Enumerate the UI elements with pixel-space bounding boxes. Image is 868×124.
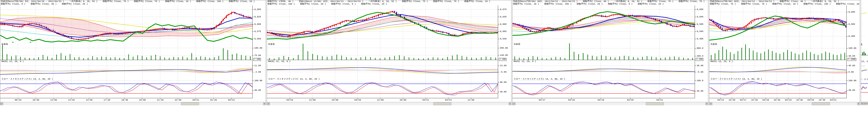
window-control-button[interactable]: ▲: [863, 102, 866, 105]
time-axis-label: 04/17: [740, 99, 746, 101]
scrollbar-thumb[interactable]: [181, 102, 199, 105]
macd-axis-tick: [695, 66, 696, 66]
price-chart[interactable]: [0, 5, 252, 43]
macd-chart[interactable]: [709, 60, 847, 78]
stochastics-chart[interactable]: [709, 78, 847, 98]
time-axis-label: 12:00: [309, 99, 316, 101]
macd-axis-tick: [847, 72, 848, 72]
price-axis-label: 9,645: [697, 16, 703, 18]
price-axis-label: 9,595: [848, 23, 855, 25]
time-axis-label: 21:20: [157, 99, 163, 101]
volume-chart[interactable]: [0, 43, 252, 60]
price-axis-label: 9,550: [254, 38, 261, 40]
time-axis-label: 04/19: [785, 99, 792, 101]
macd-axis-tick: [695, 72, 696, 72]
window-control-fragment-bar[interactable]: ▮▲▼: [861, 102, 868, 105]
window-chrome-fragment[interactable]: [281, 0, 284, 2]
volume-multiplier-box: × 100: [499, 58, 506, 61]
time-axis-label: 04/18: [763, 99, 769, 101]
volume-section-label: 出来高: [268, 43, 275, 45]
chart-legend-line2: 移動平均( Close, 75 ) 移動平均( Close, 75 ) 移動平均…: [710, 3, 860, 5]
time-axis: [513, 98, 695, 98]
window-chrome-fragment[interactable]: [14, 0, 18, 2]
stoch-axis-tick: [498, 82, 499, 82]
scrollbar-thumb[interactable]: [812, 102, 830, 105]
volume-chart[interactable]: [513, 43, 695, 60]
price-chart[interactable]: [709, 5, 847, 43]
window-control-button[interactable]: ▮: [861, 102, 863, 105]
window-chrome-fragment[interactable]: [527, 0, 530, 2]
stoch-axis-label: 40.00: [254, 89, 261, 92]
scroll-right-button[interactable]: ▶: [263, 102, 266, 105]
time-axis-label: 04/17: [538, 99, 545, 101]
horizontal-scrollbar[interactable]: ◀▶: [267, 102, 512, 105]
horizontal-scrollbar[interactable]: ◀▶: [513, 102, 709, 105]
horizontal-scrollbar[interactable]: ◀▶: [709, 102, 860, 105]
chart-legend-line2: 移動平均( Close, 10 ) 移動平均( Close, 150 ) 移動平…: [513, 3, 708, 5]
time-axis-label: 20:00: [400, 99, 406, 101]
scroll-left-button[interactable]: ◀: [267, 102, 270, 105]
stochastics-chart[interactable]: [0, 78, 252, 98]
macd-chart[interactable]: [267, 60, 498, 78]
stochastics-chart[interactable]: [267, 78, 498, 98]
scroll-left-button[interactable]: ◀: [0, 102, 3, 105]
horizontal-scrollbar[interactable]: ◀▶: [0, 102, 266, 105]
stoch-axis-tick: [252, 90, 254, 91]
scroll-right-button[interactable]: ▶: [857, 102, 860, 105]
macd-axis-tick: [847, 66, 848, 66]
window-chrome-fragment[interactable]: [273, 0, 276, 2]
macd-axis-label: 45.00: [848, 65, 855, 67]
time-axis-label: 04/19: [286, 99, 293, 101]
scroll-right-button[interactable]: ▶: [706, 102, 709, 105]
stoch-axis-label: 100.00: [848, 80, 857, 82]
window-chrome-fragment[interactable]: [518, 0, 521, 2]
stochastics-section-label: スロー・ストキャスティクス( 14, 3, 80, 20 ): [514, 78, 565, 80]
chart-window-4: 日経225mini 12/06( 60分, 2012/04/13 - 2012/…: [709, 0, 860, 105]
clipped-volume-label: 出来高: [861, 43, 862, 46]
macd-section-label: MACD( 12, 26, 9 ): [711, 60, 733, 63]
time-axis-label: 16:30: [819, 99, 825, 101]
time-axis-label: 01:20: [210, 99, 217, 101]
volume-multiplier-box: × 100: [696, 58, 703, 61]
volume-chart[interactable]: [709, 43, 847, 60]
chart-window-3: 日経225mini 12/06( 30分, 2012/04/13 - 2012/…: [512, 0, 708, 105]
time-axis-label: 20:00: [332, 99, 338, 101]
volume-chart[interactable]: [267, 43, 498, 60]
chart-legend-line2: 移動平均( Close, 150 ) 移動平均( Close, 20 ) 移動平…: [268, 3, 511, 5]
time-axis-label: 04/21: [423, 99, 429, 101]
scroll-left-button[interactable]: ◀: [709, 102, 712, 105]
stochastics-chart[interactable]: [513, 78, 695, 98]
price-axis-label: 9,495: [848, 35, 855, 38]
macd-axis-tick: [252, 66, 254, 66]
price-axis-label: 9,495: [697, 38, 703, 40]
window-control-button[interactable]: ▼: [866, 102, 868, 105]
stochastics-section-label: スロー・ストキャスティクス( 14, 3, 80, 20 ): [711, 78, 762, 80]
time-axis-label: 16:30: [796, 99, 803, 101]
scroll-left-button[interactable]: ◀: [513, 102, 516, 105]
price-chart[interactable]: [267, 5, 498, 43]
scrollbar-thumb[interactable]: [646, 102, 664, 105]
time-axis-label: 18:40: [121, 99, 128, 101]
scroll-right-button[interactable]: ▶: [509, 102, 512, 105]
chart-window-1: 日経225mini 12/06( 5分, 2012/04/19 - 2012/0…: [0, 0, 266, 105]
macd-chart[interactable]: [513, 60, 695, 78]
price-axis-tick: [695, 31, 696, 32]
time-axis-label: 14:40: [86, 99, 92, 101]
time-axis-label: 04/18: [568, 99, 575, 101]
macd-axis-tick: [498, 72, 499, 72]
time-axis-label: 04/23: [445, 99, 452, 101]
volume-axis-label: 75.00: [254, 54, 261, 57]
price-axis-label: 9,695: [848, 11, 855, 13]
time-axis-label: 16:30: [774, 99, 780, 101]
scrollbar-thumb[interactable]: [433, 102, 452, 105]
chart-window-2: 移動平均( Close, 40 ) 日経225mini 12/06( 15分, …: [267, 0, 512, 105]
volume-axis-label: 355.00: [500, 47, 508, 49]
price-axis-label: 9,625: [254, 16, 261, 18]
window-chrome-fragment[interactable]: [715, 0, 718, 2]
volume-axis-label: 600.0: [697, 47, 703, 49]
window-chrome-fragment[interactable]: [724, 0, 727, 2]
window-chrome-fragment[interactable]: [6, 0, 9, 2]
price-chart[interactable]: [513, 5, 695, 43]
macd-axis-label: 35.00: [697, 65, 703, 67]
macd-chart[interactable]: [0, 60, 252, 78]
